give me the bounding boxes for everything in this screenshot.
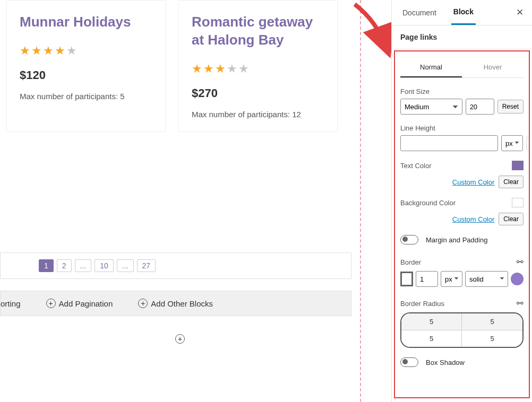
tab-block[interactable]: Block bbox=[451, 0, 476, 25]
font-size-input[interactable] bbox=[466, 99, 494, 115]
add-pagination-button[interactable]: +Add Pagination bbox=[46, 299, 113, 308]
pagination: 1 2 ... 10 ... 27 bbox=[0, 252, 351, 279]
border-radius-label: Border Radius bbox=[400, 300, 444, 308]
line-height-input[interactable] bbox=[400, 135, 498, 151]
custom-color-link[interactable]: Custom Color bbox=[452, 178, 494, 186]
clear-button[interactable]: Clear bbox=[499, 213, 524, 225]
page-button[interactable]: 27 bbox=[137, 259, 156, 272]
link-icon[interactable]: ⚯ bbox=[517, 299, 524, 308]
line-height-label: Line Height bbox=[400, 124, 524, 132]
plus-icon: + bbox=[175, 334, 185, 344]
add-block-button[interactable]: + bbox=[175, 334, 185, 344]
tab-hover[interactable]: Hover bbox=[462, 58, 524, 77]
star-icon: ★ bbox=[20, 44, 30, 58]
rating-stars: ★ ★ ★ ★ ★ bbox=[192, 62, 324, 76]
font-size-label: Font Size bbox=[400, 88, 524, 95]
border-style-select[interactable]: solid bbox=[465, 271, 508, 287]
border-color-swatch[interactable] bbox=[400, 272, 413, 286]
box-shadow-toggle[interactable] bbox=[400, 357, 418, 367]
margin-padding-label: Margin and Padding bbox=[426, 236, 487, 244]
card-price: $270 bbox=[192, 86, 324, 100]
settings-sidebar: Document Block ✕ Page links Normal Hover… bbox=[391, 0, 532, 402]
font-size-select[interactable]: Medium bbox=[400, 99, 462, 115]
bg-color-swatch[interactable] bbox=[512, 198, 524, 207]
star-icon: ★ bbox=[55, 44, 65, 58]
margin-padding-toggle[interactable] bbox=[400, 235, 418, 244]
star-icon: ★ bbox=[227, 62, 237, 76]
box-shadow-label: Box Shadow bbox=[426, 359, 465, 366]
border-radius-grid: 5 5 5 5 bbox=[400, 312, 524, 348]
panel-title[interactable]: Page links bbox=[392, 25, 532, 49]
radius-top-left[interactable]: 5 bbox=[401, 313, 462, 330]
text-color-swatch[interactable] bbox=[512, 161, 524, 170]
page-button[interactable]: 2 bbox=[57, 259, 72, 272]
border-width-input[interactable] bbox=[416, 271, 438, 287]
star-icon: ★ bbox=[66, 44, 77, 58]
page-ellipsis[interactable]: ... bbox=[117, 259, 134, 272]
card-participants: Max number of participants: 5 bbox=[20, 92, 152, 101]
style-settings: Normal Hover Font Size Medium Reset Line… bbox=[394, 50, 530, 398]
product-card: Romantic getaway at Halong Bay ★ ★ ★ ★ ★… bbox=[178, 0, 338, 132]
product-card: Munnar Holidays ★ ★ ★ ★ ★ $120 Max numbe… bbox=[6, 0, 166, 132]
close-icon[interactable]: ✕ bbox=[516, 7, 524, 18]
bg-color-label: Background Color bbox=[400, 199, 456, 207]
border-color-circle[interactable] bbox=[511, 273, 524, 285]
tab-normal[interactable]: Normal bbox=[400, 58, 462, 77]
reset-button: Reset bbox=[526, 136, 530, 150]
reset-button[interactable]: Reset bbox=[497, 100, 524, 113]
card-participants: Max number of participants: 12 bbox=[192, 110, 324, 119]
line-height-unit-select[interactable]: px bbox=[501, 135, 523, 151]
clear-button[interactable]: Clear bbox=[499, 176, 524, 188]
rating-stars: ★ ★ ★ ★ ★ bbox=[20, 44, 152, 58]
border-unit-select[interactable]: px bbox=[441, 271, 462, 287]
tab-document[interactable]: Document bbox=[400, 1, 439, 24]
radius-top-right[interactable]: 5 bbox=[462, 313, 522, 330]
sorting-button[interactable]: orting bbox=[1, 299, 21, 308]
plus-icon: + bbox=[138, 299, 148, 308]
card-price: $120 bbox=[20, 68, 152, 82]
border-label: Border bbox=[400, 258, 421, 266]
star-icon: ★ bbox=[31, 44, 42, 58]
page-button[interactable]: 10 bbox=[95, 259, 114, 272]
plus-icon: + bbox=[46, 299, 56, 308]
card-title[interactable]: Romantic getaway at Halong Bay bbox=[192, 13, 324, 49]
block-toolbar: orting +Add Pagination +Add Other Blocks bbox=[0, 291, 351, 316]
link-icon[interactable]: ⚯ bbox=[517, 257, 524, 267]
page-button[interactable]: 1 bbox=[39, 259, 54, 272]
custom-color-link[interactable]: Custom Color bbox=[452, 215, 494, 223]
star-icon: ★ bbox=[215, 62, 226, 76]
page-ellipsis[interactable]: ... bbox=[75, 259, 92, 272]
add-other-blocks-button[interactable]: +Add Other Blocks bbox=[138, 299, 213, 308]
star-icon: ★ bbox=[203, 62, 214, 76]
radius-bottom-right[interactable]: 5 bbox=[462, 330, 522, 347]
star-icon: ★ bbox=[43, 44, 54, 58]
text-color-label: Text Color bbox=[400, 162, 432, 170]
card-title[interactable]: Munnar Holidays bbox=[20, 13, 152, 31]
star-icon: ★ bbox=[238, 62, 249, 76]
radius-bottom-left[interactable]: 5 bbox=[401, 330, 462, 347]
star-icon: ★ bbox=[192, 62, 202, 76]
